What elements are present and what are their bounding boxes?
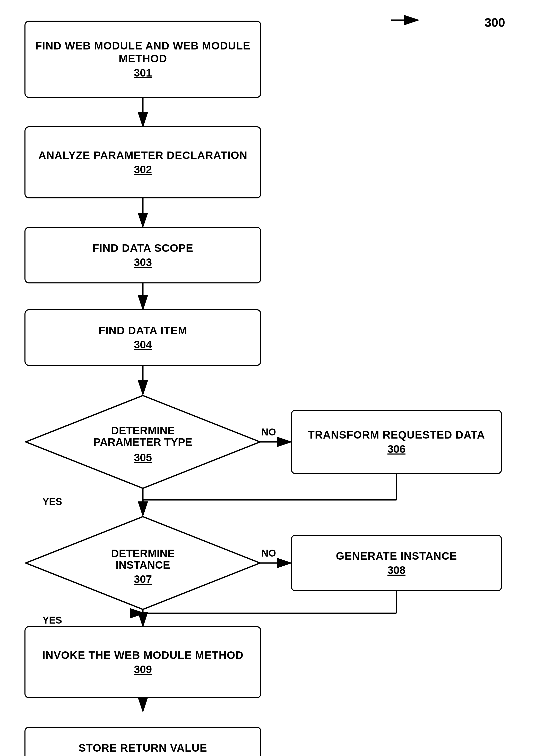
flowchart-diagram: 300 DETERMINE PARAMETER TYPE 305 NO [0,0,536,756]
box-306-title: TRANSFORM REQUESTED DATA [308,428,485,441]
svg-text:NO: NO [261,548,276,558]
svg-marker-5 [26,396,260,488]
box-308-title: GENERATE INSTANCE [336,550,457,562]
box-310-title: STORE RETURN VALUE [79,741,207,754]
svg-text:DETERMINE: DETERMINE [111,547,175,559]
box-302: ANALYZE PARAMETER DECLARATION 302 [24,126,261,198]
box-308: GENERATE INSTANCE 308 [291,535,502,591]
box-306: TRANSFORM REQUESTED DATA 306 [291,410,502,474]
box-308-number: 308 [387,564,406,576]
box-304: FIND DATA ITEM 304 [24,309,261,366]
box-309-title: INVOKE THE WEB MODULE METHOD [42,649,244,662]
box-306-number: 306 [387,443,406,455]
box-303-number: 303 [134,256,152,269]
box-303: FIND DATA SCOPE 303 [24,227,261,283]
box-301: FIND WEB MODULE AND WEB MODULE METHOD 30… [24,20,261,98]
box-309-number: 309 [134,663,152,676]
svg-text:307: 307 [134,573,152,585]
svg-text:YES: YES [43,496,62,507]
svg-text:305: 305 [134,451,152,464]
box-302-number: 302 [134,163,152,176]
box-310: STORE RETURN VALUE 310 [24,727,261,756]
svg-text:YES: YES [43,615,62,626]
box-301-number: 301 [134,67,152,79]
svg-text:DETERMINE: DETERMINE [111,424,175,437]
svg-text:PARAMETER TYPE: PARAMETER TYPE [93,436,192,448]
box-304-title: FIND DATA ITEM [99,324,187,337]
svg-text:NO: NO [261,427,276,438]
figure-number: 300 [485,16,505,30]
svg-marker-16 [26,517,260,609]
box-304-number: 304 [134,339,152,351]
box-302-title: ANALYZE PARAMETER DECLARATION [38,149,248,162]
svg-text:INSTANCE: INSTANCE [116,559,170,571]
box-303-title: FIND DATA SCOPE [92,242,193,255]
box-301-title: FIND WEB MODULE AND WEB MODULE METHOD [25,39,260,65]
box-309: INVOKE THE WEB MODULE METHOD 309 [24,626,261,698]
